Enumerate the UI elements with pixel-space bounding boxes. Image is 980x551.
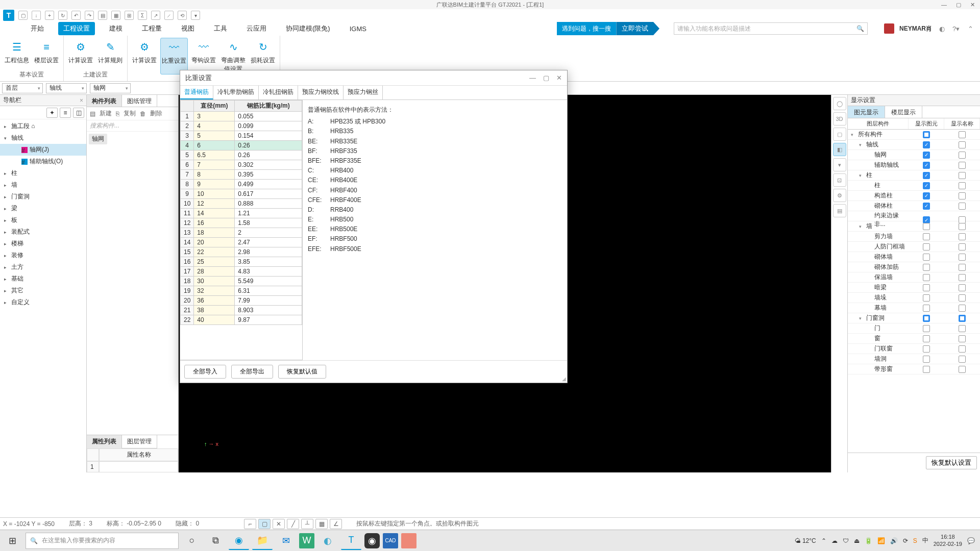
tray-wifi-icon[interactable]: 📶 [877, 537, 885, 544]
tray-sync-icon[interactable]: ⟳ [903, 537, 908, 544]
checkbox[interactable]: ✓ [923, 182, 930, 189]
checkbox[interactable] [959, 294, 966, 302]
nav-item[interactable]: ▸柱 [0, 167, 86, 179]
dialog-button[interactable]: 恢复默认值 [278, 365, 326, 379]
checkbox[interactable] [959, 233, 966, 240]
maximize-icon[interactable]: ▢ [956, 2, 961, 8]
nav-list-icon[interactable]: ≡ [60, 108, 71, 118]
checkbox[interactable]: ✓ [923, 203, 930, 210]
checkbox[interactable] [923, 345, 930, 353]
layer-row[interactable]: 幕墙 [848, 303, 980, 313]
nav-item[interactable]: ▸施工段 ⌂ [0, 120, 86, 132]
nav-grid-icon[interactable]: ◫ [73, 108, 84, 118]
table-row[interactable]: 17284.83 [181, 267, 302, 277]
checkbox[interactable] [923, 131, 930, 138]
floor-selector[interactable]: 首层 [2, 83, 43, 93]
layer-row[interactable]: 保温墙 [848, 272, 980, 283]
ribbon-弯钩设置[interactable]: 〰弯钩设置 [190, 38, 217, 74]
tray-s-icon[interactable]: S [913, 537, 917, 544]
checkbox[interactable] [923, 305, 930, 312]
table-row[interactable]: 9100.617 [181, 189, 302, 199]
checkbox[interactable] [959, 131, 966, 138]
layer-row[interactable]: 门联窗 [848, 344, 980, 354]
menu-item-4[interactable]: 视图 [176, 22, 200, 35]
menu-item-8[interactable]: IGMS [345, 23, 372, 35]
snap-angle-icon[interactable]: ∠ [330, 519, 342, 529]
layer-row[interactable]: ▾柱✓ [848, 170, 980, 181]
checkbox[interactable] [959, 325, 966, 332]
tray-usb-icon[interactable]: ⏏ [854, 537, 860, 544]
layer-row[interactable]: 柱✓ [848, 181, 980, 191]
checkbox[interactable] [959, 172, 966, 179]
table-row[interactable]: 350.154 [181, 131, 302, 141]
weather-widget[interactable]: 🌤 12°C [795, 537, 816, 544]
app-icon[interactable]: T [341, 532, 361, 550]
nav-item[interactable]: ▾轴线 [0, 132, 86, 144]
qat-more-icon[interactable]: ▾ [191, 11, 200, 20]
nav-item[interactable]: ▸墙 [0, 179, 86, 191]
qat-arrow-icon[interactable]: ↗ [151, 11, 160, 20]
nav-item[interactable]: ▸门窗洞 [0, 191, 86, 203]
nav-item[interactable]: ▸板 [0, 214, 86, 226]
dialog-close-icon[interactable]: ✕ [556, 74, 562, 82]
dialog-tab[interactable]: 预应力钢绞线 [298, 86, 344, 99]
layer-row[interactable]: 辅助轴线✓ [848, 160, 980, 170]
ribbon-计算设置[interactable]: ⚙计算设置 [67, 38, 94, 66]
copy-icon[interactable]: ⎘ [116, 110, 119, 117]
nav-item[interactable]: ▸梁 [0, 203, 86, 214]
table-row[interactable]: 11141.21 [181, 209, 302, 218]
table-row[interactable]: 890.499 [181, 180, 302, 189]
view-list-icon[interactable]: ▤ [833, 204, 846, 217]
layer-row[interactable]: 构造柱✓ [848, 191, 980, 201]
new-icon[interactable]: ▤ [90, 110, 95, 117]
cortana-icon[interactable]: ○ [182, 532, 202, 550]
checkbox[interactable] [923, 356, 930, 363]
dialog-button[interactable]: 全部导入 [184, 365, 226, 379]
table-row[interactable]: 13182 [181, 228, 302, 238]
tray-ime-icon[interactable]: 中 [922, 536, 928, 545]
edge-icon[interactable]: ◉ [229, 532, 249, 550]
ribbon-比重设置[interactable]: 〰比重设置 [160, 38, 188, 74]
checkbox[interactable] [959, 243, 966, 251]
qat-open-icon[interactable]: ▢ [18, 11, 28, 20]
layer-row[interactable]: 剪力墙 [848, 232, 980, 242]
close-icon[interactable]: ✕ [970, 2, 975, 8]
dialog-button[interactable]: 全部导出 [231, 365, 273, 379]
search-input[interactable]: 请输入功能名称或问题描述 🔍 [674, 22, 868, 35]
qat-grid2-icon[interactable]: ▦ [111, 11, 120, 20]
qat-grid3-icon[interactable]: ⊞ [125, 11, 134, 20]
dialog-tab[interactable]: 普通钢筋 [180, 86, 213, 99]
help-icon[interactable]: ?▾ [951, 24, 961, 33]
menu-item-6[interactable]: 云应用 [241, 22, 272, 35]
tray-volume-icon[interactable]: 🔊 [890, 537, 898, 544]
layer-row[interactable]: 带形窗 [848, 364, 980, 374]
delete-button[interactable]: 删除 [150, 109, 162, 118]
layer-row[interactable]: ▾所有构件 [848, 130, 980, 140]
nav-item[interactable]: ▸自定义 [0, 296, 86, 308]
checkbox[interactable] [959, 345, 966, 353]
checkbox[interactable] [923, 243, 930, 251]
qat-grid1-icon[interactable]: ▤ [98, 11, 107, 20]
component-item[interactable]: 轴网 [89, 134, 107, 144]
qat-redo-icon[interactable]: ↷ [85, 11, 94, 20]
checkbox[interactable] [959, 254, 966, 261]
tray-battery-icon[interactable]: 🔋 [865, 537, 872, 544]
tab-properties[interactable]: 属性列表 [87, 435, 122, 448]
layer-row[interactable]: 砌体加筋 [848, 262, 980, 272]
table-row[interactable]: 20367.99 [181, 296, 302, 306]
table-row[interactable]: 670.302 [181, 160, 302, 170]
layer-row[interactable]: 门 [848, 323, 980, 334]
ribbon-弯曲调整值设置[interactable]: ∿弯曲调整值设置 [219, 38, 247, 74]
checkbox[interactable]: ✓ [923, 172, 930, 179]
ribbon-工程信息[interactable]: ☰工程信息 [3, 38, 31, 66]
table-row[interactable]: 16253.85 [181, 257, 302, 267]
skin-icon[interactable]: ◐ [937, 24, 946, 33]
table-row[interactable]: 780.395 [181, 170, 302, 180]
checkbox[interactable] [959, 192, 966, 199]
layer-row[interactable]: 墙垛 [848, 293, 980, 303]
view-down-icon[interactable]: ▾ [833, 158, 846, 171]
checkbox[interactable] [959, 182, 966, 189]
table-row[interactable]: 240.099 [181, 121, 302, 131]
nav-item[interactable]: #轴网(J) [0, 144, 86, 156]
layer-row[interactable]: 砌体墙 [848, 252, 980, 262]
